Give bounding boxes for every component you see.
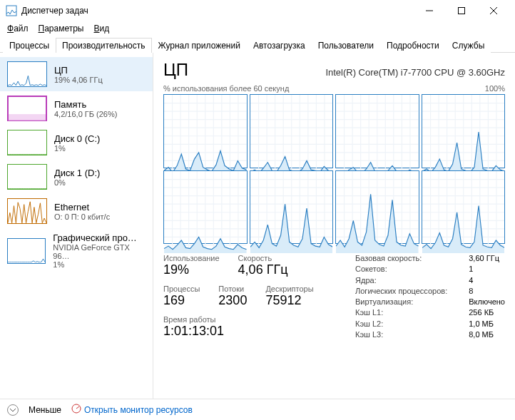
eth-thumb <box>7 198 47 224</box>
sidebar-cpu-sub: 19% 4,06 ГГц <box>54 76 103 84</box>
cpu-core-graph <box>163 94 248 168</box>
page-title: ЦП <box>163 60 188 80</box>
stat-key: Виртуализация: <box>355 297 447 306</box>
menubar: Файл Параметры Вид <box>0 21 515 36</box>
menu-file[interactable]: Файл <box>3 22 33 35</box>
handles-value: 75912 <box>265 293 313 308</box>
sidebar-gpu-sub: NVIDIA GeForce GTX 96… <box>53 243 146 260</box>
cpu-graphs <box>163 94 505 244</box>
tab-users[interactable]: Пользователи <box>312 38 380 53</box>
sidebar-disk1-sub: 0% <box>54 178 100 187</box>
threads-label: Потоки <box>218 285 247 293</box>
graph-caption-left: % использования более 60 секунд <box>163 84 289 93</box>
open-resmon-link[interactable]: Открыть монитор ресурсов <box>71 404 193 416</box>
sidebar-item-disk0[interactable]: Диск 0 (C:)1% <box>0 126 153 160</box>
stat-key: Кэш L2: <box>355 319 447 328</box>
footer: Меньше Открыть монитор ресурсов <box>0 399 515 420</box>
disk1-thumb <box>7 164 47 190</box>
uptime-label: Время работы <box>163 315 224 324</box>
sidebar: ЦП19% 4,06 ГГц Память4,2/16,0 ГБ (26%) Д… <box>0 53 153 399</box>
sidebar-item-disk1[interactable]: Диск 1 (D:)0% <box>0 160 153 194</box>
tab-app-history[interactable]: Журнал приложений <box>152 38 247 53</box>
cpu-core-graph <box>422 170 506 245</box>
titlebar: Диспетчер задач <box>0 0 515 21</box>
stat-key: Кэш L3: <box>355 330 447 339</box>
sidebar-gpu-sub2: 1% <box>53 260 146 269</box>
handles-label: Дескрипторы <box>265 285 313 293</box>
svg-line-160 <box>76 406 79 409</box>
sidebar-item-ethernet[interactable]: EthernetО: 0 П: 0 кбит/с <box>0 194 153 228</box>
svg-rect-2 <box>458 8 464 14</box>
speed-label: Скорость <box>238 254 288 262</box>
resmon-icon <box>71 404 81 416</box>
menu-view[interactable]: Вид <box>89 22 113 35</box>
stat-value: 4 <box>469 276 505 285</box>
memory-thumb <box>7 96 47 121</box>
sidebar-item-cpu[interactable]: ЦП19% 4,06 ГГц <box>0 57 153 91</box>
cpu-core-graph <box>250 170 334 245</box>
fewer-details-icon[interactable] <box>7 404 19 416</box>
svg-rect-5 <box>8 114 46 121</box>
sidebar-disk0-sub: 1% <box>54 144 100 153</box>
stat-value: Включено <box>469 297 505 306</box>
sidebar-eth-sub: О: 0 П: 0 кбит/с <box>54 212 110 221</box>
maximize-button[interactable] <box>445 0 477 21</box>
stat-key: Кэш L1: <box>355 308 447 317</box>
cpu-thumb <box>7 61 47 87</box>
stat-value: 256 КБ <box>469 308 505 317</box>
main-panel: ЦП Intel(R) Core(TM) i7-7700 CPU @ 3.60G… <box>153 53 515 399</box>
sidebar-disk0-title: Диск 0 (C:) <box>54 133 100 144</box>
tab-details[interactable]: Подробности <box>380 38 446 53</box>
sidebar-disk1-title: Диск 1 (D:) <box>54 168 100 178</box>
usage-value: 19% <box>163 262 220 277</box>
fewer-details-label[interactable]: Меньше <box>29 405 61 415</box>
cpu-core-graph <box>335 170 419 245</box>
stat-key: Базовая скорость: <box>355 254 447 262</box>
sidebar-cpu-title: ЦП <box>54 65 103 76</box>
stat-key: Ядра: <box>355 276 447 285</box>
stat-value: 8 <box>469 287 505 295</box>
device-name: Intel(R) Core(TM) i7-7700 CPU @ 3.60GHz <box>325 67 505 78</box>
tab-startup[interactable]: Автозагрузка <box>247 38 312 53</box>
cpu-core-graph <box>163 170 248 245</box>
sidebar-item-gpu[interactable]: Графический про…NVIDIA GeForce GTX 96…1% <box>0 228 153 273</box>
tab-performance[interactable]: Производительность <box>56 38 151 53</box>
gpu-thumb <box>7 238 46 264</box>
app-icon <box>6 5 17 16</box>
cpu-core-graph <box>422 94 506 168</box>
threads-value: 2300 <box>218 293 247 308</box>
close-button[interactable] <box>477 0 509 21</box>
minimize-button[interactable] <box>413 0 445 21</box>
disk0-thumb <box>7 130 47 155</box>
stat-value: 3,60 ГГц <box>469 254 505 262</box>
sidebar-memory-sub: 4,2/16,0 ГБ (26%) <box>54 110 117 118</box>
stat-value: 1 <box>469 265 505 273</box>
tab-processes[interactable]: Процессы <box>3 38 56 53</box>
window-title: Диспетчер задач <box>21 6 413 16</box>
tab-bar: Процессы Производительность Журнал прило… <box>0 36 515 53</box>
menu-options[interactable]: Параметры <box>34 22 88 35</box>
cpu-core-graph <box>335 94 419 168</box>
uptime-value: 1:01:13:01 <box>163 324 224 339</box>
sidebar-eth-title: Ethernet <box>54 202 110 212</box>
speed-value: 4,06 ГГц <box>238 262 288 277</box>
stat-key: Сокетов: <box>355 265 447 273</box>
tab-services[interactable]: Службы <box>446 38 491 53</box>
procs-label: Процессы <box>163 285 200 293</box>
cpu-core-graph <box>250 94 334 168</box>
sidebar-item-memory[interactable]: Память4,2/16,0 ГБ (26%) <box>0 91 153 126</box>
stat-value: 1,0 МБ <box>469 319 505 328</box>
right-stats: Базовая скорость:3,60 ГГцСокетов:1Ядра:4… <box>355 254 505 339</box>
procs-value: 169 <box>163 293 200 308</box>
sidebar-memory-title: Память <box>54 99 117 110</box>
usage-label: Использование <box>163 254 220 262</box>
resmon-label: Открыть монитор ресурсов <box>84 405 193 415</box>
graph-caption-right: 100% <box>485 84 505 93</box>
stat-value: 8,0 МБ <box>469 330 505 339</box>
stat-key: Логических процессоров: <box>355 287 447 295</box>
sidebar-gpu-title: Графический про… <box>53 232 146 243</box>
